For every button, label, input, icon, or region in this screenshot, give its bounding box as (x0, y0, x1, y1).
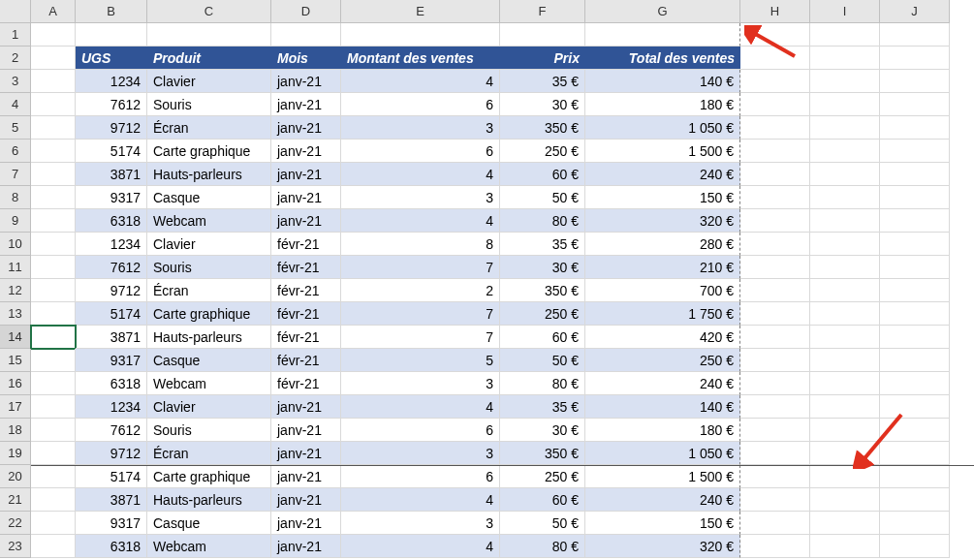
row-header-5[interactable]: 5 (0, 116, 31, 140)
cell-mois-7[interactable]: janv-21 (271, 163, 341, 186)
cell-ugs-5[interactable]: 9712 (76, 116, 147, 140)
cell-prix-20[interactable]: 250 € (500, 465, 585, 488)
cell-J20[interactable] (880, 465, 950, 488)
cell-montant-11[interactable]: 7 (341, 256, 500, 279)
cell-A21[interactable] (31, 488, 76, 512)
cell-I4[interactable] (810, 93, 880, 116)
cell-J15[interactable] (880, 349, 950, 372)
cell-J7[interactable] (880, 163, 950, 186)
cell-ugs-20[interactable]: 5174 (76, 465, 147, 488)
cell-J14[interactable] (880, 326, 950, 349)
cell-produit-17[interactable]: Clavier (147, 395, 271, 419)
cell-montant-18[interactable]: 6 (341, 419, 500, 442)
cell-total-6[interactable]: 1 500 € (585, 140, 740, 163)
row-header-23[interactable]: 23 (0, 535, 31, 558)
cell-H14[interactable] (740, 326, 810, 349)
cell-montant-16[interactable]: 3 (341, 372, 500, 395)
cell-ugs-23[interactable]: 6318 (76, 535, 147, 558)
cell-total-20[interactable]: 1 500 € (585, 465, 740, 488)
cell-I9[interactable] (810, 209, 880, 233)
cell-prix-5[interactable]: 350 € (500, 116, 585, 140)
cell-produit-13[interactable]: Carte graphique (147, 302, 271, 326)
cell-J16[interactable] (880, 372, 950, 395)
cell-J5[interactable] (880, 116, 950, 140)
cell-mois-3[interactable]: janv-21 (271, 70, 341, 93)
cell-A19[interactable] (31, 442, 76, 465)
cell-montant-3[interactable]: 4 (341, 70, 500, 93)
cell-I2[interactable] (810, 47, 880, 70)
cell-A15[interactable] (31, 349, 76, 372)
cell-ugs-21[interactable]: 3871 (76, 488, 147, 512)
cell-produit-10[interactable]: Clavier (147, 233, 271, 256)
cell-prix-17[interactable]: 35 € (500, 395, 585, 419)
cell-H16[interactable] (740, 372, 810, 395)
cell-H1[interactable] (740, 23, 810, 47)
cell-prix-8[interactable]: 50 € (500, 186, 585, 209)
cell-A8[interactable] (31, 186, 76, 209)
cell-total-10[interactable]: 280 € (585, 233, 740, 256)
cell-produit-4[interactable]: Souris (147, 93, 271, 116)
row-header-15[interactable]: 15 (0, 349, 31, 372)
cell-r1-2[interactable] (271, 23, 341, 47)
row-header-14[interactable]: 14 (0, 326, 31, 349)
col-header-J[interactable]: J (880, 0, 950, 23)
cell-A9[interactable] (31, 209, 76, 233)
cell-montant-4[interactable]: 6 (341, 93, 500, 116)
cell-H9[interactable] (740, 209, 810, 233)
cell-montant-7[interactable]: 4 (341, 163, 500, 186)
cell-produit-19[interactable]: Écran (147, 442, 271, 465)
cell-H19[interactable] (740, 442, 810, 465)
cell-ugs-4[interactable]: 7612 (76, 93, 147, 116)
cell-produit-3[interactable]: Clavier (147, 70, 271, 93)
cell-A23[interactable] (31, 535, 76, 558)
cell-produit-23[interactable]: Webcam (147, 535, 271, 558)
cell-J19[interactable] (880, 442, 950, 465)
cell-r1-5[interactable] (585, 23, 740, 47)
cell-prix-6[interactable]: 250 € (500, 140, 585, 163)
cell-H20[interactable] (740, 465, 810, 488)
col-header-C[interactable]: C (147, 0, 271, 23)
cell-ugs-22[interactable]: 9317 (76, 512, 147, 535)
cell-produit-18[interactable]: Souris (147, 419, 271, 442)
cell-J17[interactable] (880, 395, 950, 419)
cell-mois-5[interactable]: janv-21 (271, 116, 341, 140)
cell-total-5[interactable]: 1 050 € (585, 116, 740, 140)
cell-montant-14[interactable]: 7 (341, 326, 500, 349)
cell-prix-3[interactable]: 35 € (500, 70, 585, 93)
cell-A20[interactable] (31, 465, 76, 488)
cell-I14[interactable] (810, 326, 880, 349)
cell-H23[interactable] (740, 535, 810, 558)
col-header-A[interactable]: A (31, 0, 76, 23)
cell-ugs-8[interactable]: 9317 (76, 186, 147, 209)
cell-montant-20[interactable]: 6 (341, 465, 500, 488)
cell-I8[interactable] (810, 186, 880, 209)
cell-montant-5[interactable]: 3 (341, 116, 500, 140)
cell-total-7[interactable]: 240 € (585, 163, 740, 186)
cell-A1[interactable] (31, 23, 76, 47)
cell-H15[interactable] (740, 349, 810, 372)
cell-prix-12[interactable]: 350 € (500, 279, 585, 302)
cell-ugs-18[interactable]: 7612 (76, 419, 147, 442)
cell-mois-19[interactable]: janv-21 (271, 442, 341, 465)
cell-I10[interactable] (810, 233, 880, 256)
col-header-E[interactable]: E (341, 0, 500, 23)
row-header-20[interactable]: 20 (0, 465, 31, 488)
cell-montant-17[interactable]: 4 (341, 395, 500, 419)
cell-ugs-14[interactable]: 3871 (76, 326, 147, 349)
cell-mois-9[interactable]: janv-21 (271, 209, 341, 233)
cell-I19[interactable] (810, 442, 880, 465)
cell-mois-23[interactable]: janv-21 (271, 535, 341, 558)
cell-I21[interactable] (810, 488, 880, 512)
cell-J9[interactable] (880, 209, 950, 233)
cell-ugs-7[interactable]: 3871 (76, 163, 147, 186)
cell-total-18[interactable]: 180 € (585, 419, 740, 442)
cell-total-11[interactable]: 210 € (585, 256, 740, 279)
cell-prix-14[interactable]: 60 € (500, 326, 585, 349)
cell-montant-13[interactable]: 7 (341, 302, 500, 326)
cell-mois-21[interactable]: janv-21 (271, 488, 341, 512)
cell-mois-17[interactable]: janv-21 (271, 395, 341, 419)
cell-mois-18[interactable]: janv-21 (271, 419, 341, 442)
cell-H18[interactable] (740, 419, 810, 442)
cell-A16[interactable] (31, 372, 76, 395)
cell-ugs-3[interactable]: 1234 (76, 70, 147, 93)
